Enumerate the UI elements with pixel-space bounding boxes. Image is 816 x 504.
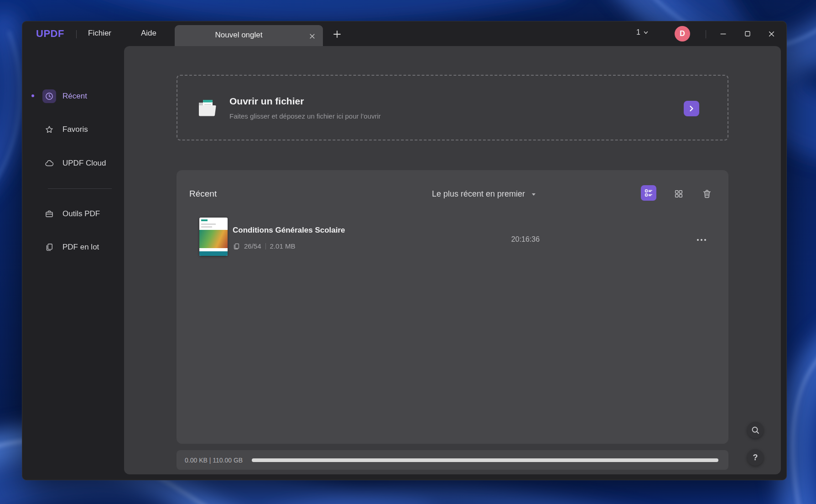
search-icon: [751, 426, 760, 435]
chevron-down-icon: [643, 30, 649, 35]
tab-close-icon[interactable]: [307, 31, 317, 41]
dropzone-subtitle: Faites glisser et déposez un fichier ici…: [229, 112, 381, 120]
titlebar-divider: [76, 30, 77, 38]
thumbnail-logo-mark: [201, 219, 208, 221]
sidebar-item-pdf-en-lot[interactable]: PDF en lot: [42, 237, 117, 257]
updf-logo: UPDF: [36, 28, 64, 40]
storage-progressbar: [252, 458, 718, 462]
clear-recent-button[interactable]: [699, 186, 715, 202]
active-indicator-dot: [31, 94, 34, 97]
window-count-value: 1: [636, 28, 640, 36]
avatar[interactable]: D: [675, 26, 690, 42]
sort-dropdown[interactable]: Le plus récent en premier: [432, 189, 537, 199]
new-tab-button[interactable]: [332, 29, 343, 40]
more-icon: [696, 238, 707, 242]
grid-view-button[interactable]: [671, 186, 686, 202]
file-name: Conditions Générales Scolaire: [233, 226, 345, 235]
search-fab[interactable]: [747, 422, 764, 438]
titlebar-divider: [706, 30, 706, 38]
menu-fichier[interactable]: Fichier: [88, 29, 111, 38]
file-time: 20:16:36: [491, 235, 560, 244]
status-bar: 0.00 KB | 110.00 GB: [177, 450, 728, 470]
file-thumbnail: [199, 218, 228, 256]
plus-icon: [333, 30, 342, 39]
maximize-button[interactable]: [738, 26, 757, 41]
open-file-arrow-button[interactable]: [684, 101, 699, 116]
file-more-button[interactable]: [695, 235, 708, 245]
sidebar-item-updf-cloud[interactable]: UPDF Cloud: [42, 153, 117, 173]
dropzone-title: Ouvrir un fichier: [229, 96, 304, 107]
list-view-icon: [644, 188, 654, 198]
thumbnail-photo: [199, 230, 228, 248]
trash-icon: [702, 189, 712, 199]
thumbnail-text-line: [201, 226, 212, 228]
sidebar: Récent Favoris UPDF Cloud Outils PDF: [22, 46, 124, 480]
clock-icon: [42, 89, 56, 103]
help-fab[interactable]: ?: [747, 449, 764, 466]
sidebar-item-recent[interactable]: Récent: [42, 86, 117, 106]
sidebar-item-label: PDF en lot: [62, 243, 99, 252]
close-icon: [768, 31, 775, 37]
briefcase-icon: [42, 207, 56, 221]
file-row[interactable]: Conditions Générales Scolaire 26/54 2.01…: [190, 214, 715, 265]
cloud-icon: [42, 156, 56, 170]
window-count-dropdown[interactable]: 1: [636, 28, 649, 36]
file-pages: 26/54: [244, 242, 261, 250]
recent-heading: Récent: [189, 189, 217, 199]
minimize-icon: [720, 31, 727, 37]
pages-icon: [233, 243, 240, 250]
thumbnail-footer-band: [199, 251, 228, 256]
updf-window: UPDF Fichier Aide Nouvel onglet 1 D: [22, 21, 787, 480]
sidebar-item-favoris[interactable]: Favoris: [42, 120, 117, 140]
storage-text: 0.00 KB | 110.00 GB: [185, 457, 243, 464]
titlebar: UPDF Fichier Aide Nouvel onglet 1 D: [22, 21, 786, 46]
grid-view-icon: [674, 189, 684, 199]
batch-pages-icon: [42, 240, 56, 254]
tab-label: Nouvel onglet: [175, 31, 303, 40]
chevron-right-icon: [688, 105, 695, 112]
minimize-button[interactable]: [714, 26, 732, 41]
thumbnail-text-line: [201, 223, 216, 225]
star-icon: [42, 123, 56, 136]
tab-nouvel-onglet[interactable]: Nouvel onglet: [175, 25, 323, 46]
close-button[interactable]: [762, 26, 780, 41]
file-size: 2.01 MB: [270, 242, 296, 250]
recent-panel: Récent Le plus récent en premier: [177, 170, 728, 444]
list-view-button[interactable]: [641, 185, 656, 201]
sidebar-item-label: Favoris: [62, 125, 88, 134]
sidebar-item-outils-pdf[interactable]: Outils PDF: [42, 204, 117, 224]
sidebar-item-label: Outils PDF: [62, 209, 100, 218]
sidebar-item-label: UPDF Cloud: [62, 159, 106, 168]
meta-divider: [265, 243, 266, 249]
open-file-dropzone[interactable]: Ouvrir un fichier Faites glisser et dépo…: [177, 75, 728, 140]
maximize-icon: [744, 31, 751, 37]
folder-icon: [198, 99, 218, 119]
menu-aide[interactable]: Aide: [141, 29, 156, 38]
sort-label: Le plus récent en premier: [432, 189, 525, 199]
sort-caret-icon: [530, 191, 537, 197]
file-meta: 26/54 2.01 MB: [233, 242, 295, 250]
sidebar-item-label: Récent: [62, 92, 87, 101]
main-panel: Ouvrir un fichier Faites glisser et dépo…: [124, 46, 781, 474]
sidebar-divider: [48, 188, 112, 189]
